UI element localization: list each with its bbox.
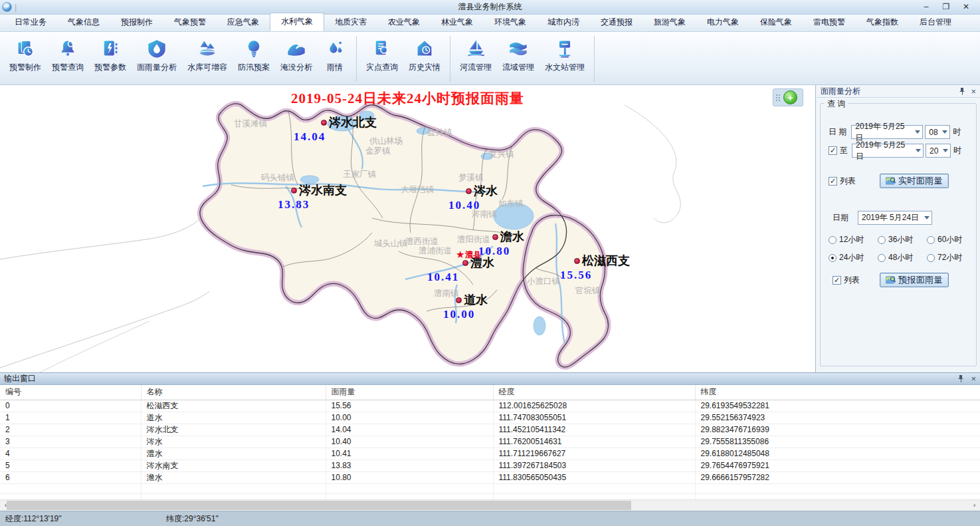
radio-icon bbox=[829, 236, 836, 244]
menu-tab-气象预警[interactable]: 气象预警 bbox=[163, 14, 217, 31]
toolbar-button-历史灾情[interactable]: 历史灾情 bbox=[403, 35, 446, 83]
forecast-list-label: 列表 bbox=[844, 275, 860, 286]
panel-close-icon[interactable]: × bbox=[971, 86, 976, 96]
toolbar-button-水文站管理[interactable]: 水文站管理 bbox=[539, 35, 590, 83]
start-hour-combo[interactable]: 08 bbox=[925, 125, 950, 139]
end-date-combo[interactable]: 2019年 5月25日 bbox=[852, 144, 924, 158]
town-label: 城头山镇 bbox=[374, 238, 407, 249]
station-marker[interactable] bbox=[492, 234, 498, 240]
horizontal-scrollbar[interactable]: ‹ › bbox=[0, 499, 980, 511]
table-row[interactable]: 4澧水10.41111.71121966762729.6188012485048 bbox=[0, 448, 980, 460]
station-rainfall-value: 10.41 bbox=[427, 271, 459, 284]
toolbar-button-防汛预案[interactable]: 防汛预案 bbox=[233, 35, 275, 83]
menu-tab-气象信息[interactable]: 气象信息 bbox=[57, 14, 110, 31]
pin-icon[interactable] bbox=[957, 375, 964, 382]
status-latitude: 纬度:29°36'51" bbox=[166, 513, 219, 525]
menu-tab-雷电预警[interactable]: 雷电预警 bbox=[803, 14, 856, 31]
column-header-经度[interactable]: 经度 bbox=[493, 385, 695, 400]
forecast-date-combo[interactable]: 2019年 5月24日 bbox=[858, 211, 932, 225]
chevron-down-icon bbox=[940, 144, 950, 157]
toolbar-button-预警制作[interactable]: 预警制作 bbox=[4, 35, 47, 83]
duration-radio-36小时[interactable]: 36小时 bbox=[878, 234, 927, 245]
scroll-right-icon[interactable]: › bbox=[969, 500, 980, 511]
minimize-button[interactable]: – bbox=[918, 2, 935, 13]
end-hour-combo[interactable]: 20 bbox=[926, 144, 951, 158]
table-row[interactable]: 5涔水南支13.83111.39726718450329.76544769759… bbox=[0, 460, 980, 471]
station-marker[interactable] bbox=[462, 260, 468, 266]
station-marker[interactable] bbox=[456, 297, 462, 303]
pin-icon[interactable] bbox=[959, 88, 965, 95]
station-marker[interactable] bbox=[291, 188, 297, 194]
menu-tab-后台管理[interactable]: 后台管理 bbox=[909, 14, 962, 31]
close-button[interactable]: ✕ bbox=[957, 2, 975, 13]
toolbar-button-河流管理[interactable]: 河流管理 bbox=[454, 35, 497, 83]
drag-handle-icon[interactable] bbox=[776, 94, 781, 101]
output-close-icon[interactable]: × bbox=[971, 374, 976, 384]
menu-tab-农业气象[interactable]: 农业气象 bbox=[377, 14, 431, 31]
table-row[interactable]: 6澹水10.80111.83056505043529.6666157957282 bbox=[0, 471, 980, 483]
chevron-down-icon bbox=[913, 144, 923, 157]
menu-tab-林业气象[interactable]: 林业气象 bbox=[431, 14, 484, 31]
table-row[interactable]: 2涔水北支14.04111.45210541134229.88234767169… bbox=[0, 424, 980, 436]
table-row[interactable]: 0松滋西支15.56112.00162562502829.61935495322… bbox=[0, 400, 980, 412]
forecast-list-checkbox[interactable] bbox=[833, 276, 841, 285]
toolbar-button-预警参数[interactable]: 预警参数 bbox=[89, 35, 132, 83]
forecast-rain-button[interactable]: 预报面雨量 bbox=[880, 273, 949, 287]
station-name: 道水 bbox=[464, 292, 488, 308]
column-header-编号[interactable]: 编号 bbox=[0, 385, 141, 400]
zoom-in-button[interactable]: + bbox=[783, 90, 797, 104]
duration-radio-72小时[interactable]: 72小时 bbox=[927, 252, 962, 263]
toolbar-separator bbox=[594, 36, 595, 82]
toolbar-button-面雨量分析[interactable]: 面雨量分析 bbox=[132, 35, 182, 83]
county-map-svg bbox=[0, 85, 816, 372]
menu-tab-电力气象[interactable]: 电力气象 bbox=[696, 14, 749, 31]
toolbar-button-预警查询[interactable]: 预警查询 bbox=[47, 35, 89, 83]
menu-tab-预报制作[interactable]: 预报制作 bbox=[110, 14, 163, 31]
output-table[interactable]: 编号名称面雨量经度纬度 0松滋西支15.56112.00162562502829… bbox=[0, 385, 980, 505]
table-cell: 10.40 bbox=[326, 436, 493, 448]
realtime-rain-button[interactable]: 实时面雨量 bbox=[880, 174, 949, 188]
menu-tab-环境气象[interactable]: 环境气象 bbox=[484, 14, 537, 31]
menu-tab-气象指数[interactable]: 气象指数 bbox=[856, 14, 909, 31]
table-row[interactable]: 1道水10.00111.74708305505129.552156374923 bbox=[0, 412, 980, 424]
table-cell: 10.41 bbox=[326, 448, 493, 460]
menu-tab-应急气象[interactable]: 应急气象 bbox=[217, 14, 270, 31]
menu-tab-日常业务[interactable]: 日常业务 bbox=[4, 14, 57, 31]
column-header-面雨量[interactable]: 面雨量 bbox=[326, 385, 493, 400]
map-zoom-toolbar[interactable]: + bbox=[773, 88, 803, 106]
toolbar-button-流域管理[interactable]: 流域管理 bbox=[497, 35, 539, 83]
scrollbar-thumb[interactable] bbox=[7, 501, 631, 510]
duration-radio-24小时[interactable]: 24小时 bbox=[829, 252, 878, 263]
toolbar-button-水库可增容[interactable]: 水库可增容 bbox=[182, 35, 233, 83]
town-label: 王家厂镇 bbox=[343, 169, 376, 180]
station-marker[interactable] bbox=[321, 120, 327, 126]
town-label: 金罗镇 bbox=[365, 146, 391, 157]
duration-radio-12小时[interactable]: 12小时 bbox=[829, 234, 878, 245]
menu-tab-城市内涝[interactable]: 城市内涝 bbox=[537, 14, 590, 31]
menu-tab-地质灾害[interactable]: 地质灾害 bbox=[324, 14, 377, 31]
table-cell: 111.711219667627 bbox=[493, 448, 695, 460]
to-date-checkbox[interactable] bbox=[829, 146, 837, 155]
duration-radio-60小时[interactable]: 60小时 bbox=[927, 234, 962, 245]
column-header-名称[interactable]: 名称 bbox=[141, 385, 326, 400]
maximize-button[interactable]: ❐ bbox=[937, 2, 955, 13]
table-row[interactable]: 3涔水10.40111.7620051463129.7555811355086 bbox=[0, 436, 980, 448]
menu-tab-保险气象[interactable]: 保险气象 bbox=[749, 14, 803, 31]
station-name: 涔水南支 bbox=[299, 182, 347, 198]
station-marker[interactable] bbox=[574, 258, 580, 264]
menu-tab-旅游气象[interactable]: 旅游气象 bbox=[643, 14, 696, 31]
menu-bar: 日常业务气象信息预报制作气象预警应急气象水利气象地质灾害农业气象林业气象环境气象… bbox=[0, 15, 980, 32]
toolbar-button-雨情[interactable]: 雨情 bbox=[318, 35, 352, 83]
toolbar-button-label: 面雨量分析 bbox=[137, 62, 177, 73]
menu-tab-水利气象[interactable]: 水利气象 bbox=[270, 13, 324, 31]
toolbar-button-淹没分析[interactable]: 淹没分析 bbox=[275, 35, 318, 83]
station-marker[interactable] bbox=[466, 188, 472, 194]
map-area[interactable]: 2019-05-24日未来24小时预报面雨量 甘溪滩镇盐井镇供山林场金罗镇复兴镇… bbox=[0, 85, 816, 372]
map-title: 2019-05-24日未来24小时预报面雨量 bbox=[0, 89, 815, 108]
menu-tab-交通预报[interactable]: 交通预报 bbox=[590, 14, 643, 31]
list-checkbox[interactable] bbox=[829, 177, 837, 186]
duration-radio-48小时[interactable]: 48小时 bbox=[878, 252, 927, 263]
toolbar-button-灾点查询[interactable]: 灾点查询 bbox=[361, 35, 403, 83]
column-header-纬度[interactable]: 纬度 bbox=[695, 385, 980, 400]
start-date-combo[interactable]: 2019年 5月25日 bbox=[851, 125, 923, 139]
